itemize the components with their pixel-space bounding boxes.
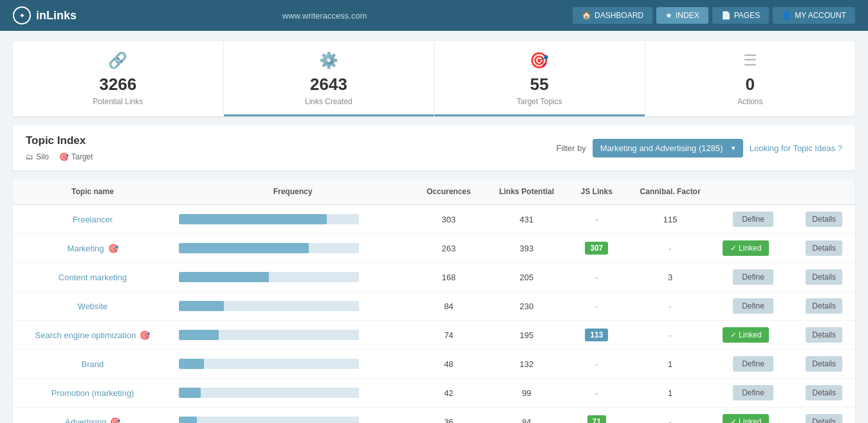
linked-button[interactable]: ✓ Linked xyxy=(723,414,770,423)
occurrences-cell: 74 xyxy=(413,321,485,350)
details-cell[interactable]: Details xyxy=(790,350,855,379)
actions-icon: ☰ xyxy=(652,51,849,69)
action-cell[interactable]: Define xyxy=(716,350,791,379)
topic-ideas-link[interactable]: Looking for Topic Ideas ? xyxy=(750,143,842,153)
filter-select-wrapper[interactable]: Marketing and Advertising (1285) xyxy=(593,139,743,158)
freq-bar-fill xyxy=(179,243,309,253)
page-title: Topic Index xyxy=(26,134,93,147)
details-button[interactable]: Details xyxy=(806,298,842,314)
details-cell[interactable]: Details xyxy=(790,379,855,408)
topic-link-0[interactable]: Freelancer xyxy=(73,215,113,224)
freq-bar-fill xyxy=(179,301,224,311)
topic-name-3[interactable]: Website xyxy=(19,302,166,311)
topic-link-1[interactable]: Marketing xyxy=(67,244,104,253)
target-item[interactable]: 🎯 Target xyxy=(59,152,93,161)
cannibal-cell: 115 xyxy=(625,204,716,234)
action-cell[interactable]: Define xyxy=(716,263,791,292)
table-body: Freelancer 303431-115DefineDetails Marke… xyxy=(13,204,855,423)
details-cell[interactable]: Details xyxy=(790,408,855,424)
topic-link-3[interactable]: Website xyxy=(78,302,108,311)
links-potential-cell: 132 xyxy=(485,350,569,379)
topic-name-1[interactable]: Marketing 🎯 xyxy=(19,244,166,253)
freq-bar-container xyxy=(179,417,359,423)
main-content: 🔗 3266 Potential Links ⚙️ 2643 Links Cre… xyxy=(0,31,868,423)
my-account-button[interactable]: 👤 MY ACCOUNT xyxy=(773,7,855,24)
js-links-cell: - xyxy=(569,263,624,292)
action-cell[interactable]: Define xyxy=(716,292,791,321)
details-button[interactable]: Details xyxy=(806,385,842,401)
table-row: Brand 48132-1DefineDetails xyxy=(13,350,855,379)
js-dash: - xyxy=(595,302,598,311)
th-cannibal: Cannibal. Factor xyxy=(625,179,716,204)
header-left: Topic Index 🗂 Silo 🎯 Target xyxy=(26,134,93,161)
filter-label: Filter by xyxy=(556,143,586,153)
topic-table: Topic name Frequency Occurences Links Po… xyxy=(13,179,855,423)
js-dash: - xyxy=(595,273,598,282)
details-button[interactable]: Details xyxy=(806,327,842,343)
details-cell[interactable]: Details xyxy=(790,204,855,234)
topic-name-2[interactable]: Content marketing xyxy=(19,273,166,282)
pages-button[interactable]: 📄 PAGES xyxy=(712,7,769,24)
occurrences-cell: 42 xyxy=(413,379,485,408)
action-cell[interactable]: Define xyxy=(716,204,791,234)
topic-name-4[interactable]: Search engine optimization 🎯 xyxy=(19,330,166,340)
gear-icon: ⚙️ xyxy=(230,51,428,69)
define-button[interactable]: Define xyxy=(733,269,773,285)
table-row: Advertising 🎯 368471-✓ LinkedDetails xyxy=(13,408,855,424)
filter-select[interactable]: Marketing and Advertising (1285) xyxy=(593,139,743,158)
topic-link-6[interactable]: Promotion (marketing) xyxy=(51,388,134,398)
topic-name-6[interactable]: Promotion (marketing) xyxy=(19,388,166,398)
occurrences-cell: 303 xyxy=(413,204,485,234)
table-row: Search engine optimization 🎯 74195113-✓ … xyxy=(13,321,855,350)
links-potential-cell: 205 xyxy=(485,263,569,292)
actions-value: 0 xyxy=(652,75,849,94)
topic-link-2[interactable]: Content marketing xyxy=(59,273,127,282)
action-cell[interactable]: ✓ Linked xyxy=(716,234,791,263)
details-cell[interactable]: Details xyxy=(790,263,855,292)
action-cell[interactable]: ✓ Linked xyxy=(716,408,791,424)
freq-bar-container xyxy=(179,243,359,253)
details-button[interactable]: Details xyxy=(806,414,842,423)
has-target-icon: 🎯 xyxy=(110,417,120,424)
freq-bar-fill xyxy=(179,417,197,423)
topic-link-5[interactable]: Brand xyxy=(82,359,104,369)
topic-link-7[interactable]: Advertising xyxy=(65,417,106,424)
define-button[interactable]: Define xyxy=(733,298,773,314)
js-badge: 307 xyxy=(585,242,608,255)
stat-target-topics: 🎯 55 Target Topics xyxy=(434,41,645,116)
logo-text: inLinks xyxy=(36,9,77,22)
links-potential-cell: 393 xyxy=(485,234,569,263)
details-button[interactable]: Details xyxy=(806,240,842,256)
stat-links-created: ⚙️ 2643 Links Created xyxy=(224,41,435,116)
topic-name-0[interactable]: Freelancer xyxy=(19,215,166,224)
define-button[interactable]: Define xyxy=(733,356,773,372)
js-dash: - xyxy=(595,359,598,369)
potential-links-label: Potential Links xyxy=(19,97,217,106)
action-cell[interactable]: Define xyxy=(716,379,791,408)
details-cell[interactable]: Details xyxy=(790,234,855,263)
topic-link-4[interactable]: Search engine optimization xyxy=(35,330,136,340)
details-cell[interactable]: Details xyxy=(790,321,855,350)
js-links-cell: - xyxy=(569,204,624,234)
details-cell[interactable]: Details xyxy=(790,292,855,321)
stat-actions: ☰ 0 Actions xyxy=(645,41,856,116)
topic-name-5[interactable]: Brand xyxy=(19,359,166,369)
target-topics-value: 55 xyxy=(441,75,638,94)
details-button[interactable]: Details xyxy=(806,212,842,227)
details-button[interactable]: Details xyxy=(806,269,842,285)
dashboard-button[interactable]: 🏠 DASHBOARD xyxy=(573,7,652,24)
details-button[interactable]: Details xyxy=(806,356,842,372)
table-row: Freelancer 303431-115DefineDetails xyxy=(13,204,855,234)
silo-item[interactable]: 🗂 Silo xyxy=(26,152,49,161)
define-button[interactable]: Define xyxy=(733,385,773,401)
actions-label: Actions xyxy=(652,97,849,106)
linked-button[interactable]: ✓ Linked xyxy=(723,327,770,343)
freq-bar-container xyxy=(179,330,359,340)
define-button[interactable]: Define xyxy=(733,212,773,227)
linked-button[interactable]: ✓ Linked xyxy=(723,240,770,256)
freq-bar-fill xyxy=(179,330,219,340)
freq-bar-container xyxy=(179,214,359,224)
action-cell[interactable]: ✓ Linked xyxy=(716,321,791,350)
index-button[interactable]: ★ INDEX xyxy=(656,7,708,24)
topic-name-7[interactable]: Advertising 🎯 xyxy=(19,417,166,424)
